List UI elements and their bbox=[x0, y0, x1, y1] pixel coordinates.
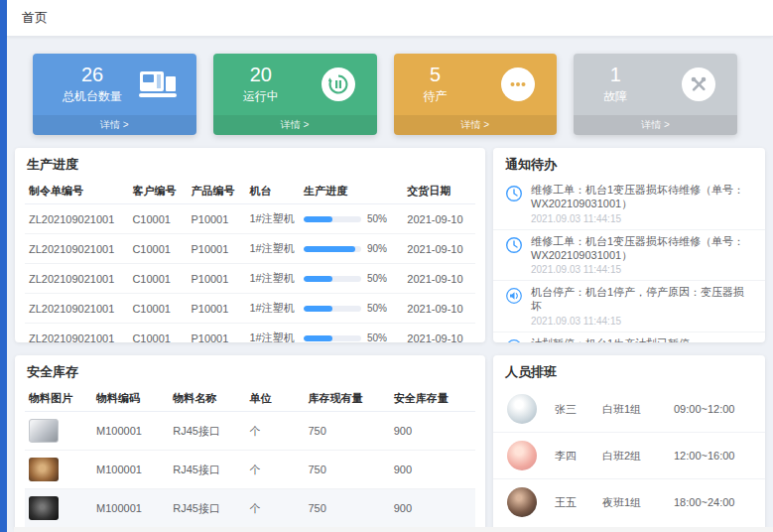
person-name: 张三 bbox=[555, 402, 602, 417]
cell-order: ZL202109021001 bbox=[25, 324, 128, 343]
person-name: 王五 bbox=[555, 495, 602, 510]
tab-home[interactable]: 首页 bbox=[22, 9, 48, 27]
col-safety: 安全库存量 bbox=[390, 386, 475, 412]
panel-row-1: 生产进度 制令单编号 客户编号 产品编号 机台 生产进度 交货日期 ZL2021… bbox=[15, 148, 765, 342]
speaker-icon bbox=[505, 338, 523, 342]
cell-unit: 个 bbox=[245, 489, 304, 528]
stat-card-waiting[interactable]: 5 待产 详情 > bbox=[394, 54, 558, 135]
card-text: 5 待产 bbox=[424, 64, 448, 105]
material-image-rj45 bbox=[29, 419, 59, 443]
avatar bbox=[507, 487, 537, 517]
col-machine: 机台 bbox=[245, 179, 299, 204]
notification-time: 2021.09.03 11:44:15 bbox=[531, 213, 753, 224]
cell-order: ZL202109021001 bbox=[25, 234, 128, 264]
panel-row-2: 安全库存 物料图片 物料编码 物料名称 单位 库存现有量 安全库存量 M bbox=[15, 355, 765, 531]
cell-order: ZL202109021001 bbox=[25, 204, 128, 234]
cell-stock: 750 bbox=[304, 489, 389, 528]
cell-date: 2021-09-10 bbox=[403, 294, 475, 324]
cell-image bbox=[25, 451, 92, 489]
stat-label: 运行中 bbox=[243, 88, 279, 105]
card-text: 20 运行中 bbox=[243, 64, 279, 105]
progress-label: 50 bbox=[367, 213, 387, 224]
detail-link-total-machines[interactable]: 详情 > bbox=[33, 115, 196, 135]
schedule-row: 张三 白班1组 09:00~12:00 bbox=[493, 386, 765, 433]
production-row: ZL202109021001 C10001 P10001 1#注塑机 50 20… bbox=[25, 264, 475, 294]
col-product: 产品编号 bbox=[187, 179, 245, 204]
col-stock: 库存现有量 bbox=[304, 386, 389, 412]
col-progress: 生产进度 bbox=[300, 179, 403, 204]
material-image-coil bbox=[29, 458, 59, 481]
cell-image bbox=[25, 412, 92, 451]
detail-link-fault[interactable]: 详情 > bbox=[574, 115, 737, 135]
progress-bar: 50 bbox=[304, 213, 399, 224]
stat-cards-row: 26 总机台数量 详情 > 20 bbox=[33, 54, 737, 135]
cell-customer: C10001 bbox=[128, 264, 187, 294]
notification-item[interactable]: 机台停产：机台1停产，停产原因：变压器损坏 2021.09.03 11:44:1… bbox=[493, 281, 765, 332]
inventory-header-row: 物料图片 物料编码 物料名称 单位 库存现有量 安全库存量 bbox=[25, 386, 475, 412]
notification-body: 机台停产：机台1停产，停产原因：变压器损坏 2021.09.03 11:44:1… bbox=[531, 285, 753, 327]
material-image-speaker bbox=[29, 496, 59, 520]
cell-product: P10001 bbox=[187, 294, 245, 324]
ellipsis-icon bbox=[499, 66, 537, 102]
window-edge bbox=[14, 527, 773, 532]
col-image: 物料图片 bbox=[25, 386, 92, 412]
cell-safety: 900 bbox=[390, 451, 475, 489]
notification-body: 维修工单：机台1变压器损坏待维修（单号：WX202109031001） 2021… bbox=[531, 234, 753, 276]
stat-card-running[interactable]: 20 运行中 详情 > bbox=[213, 54, 377, 135]
stat-value: 26 bbox=[63, 64, 122, 85]
panel-title-production: 生产进度 bbox=[15, 148, 485, 179]
cell-progress: 50 bbox=[300, 204, 403, 234]
cell-order: ZL202109021001 bbox=[25, 294, 128, 324]
cell-unit: 个 bbox=[245, 451, 304, 489]
main-area: 首页 26 总机台数量 详情 > bbox=[7, 0, 773, 532]
stat-label: 待产 bbox=[424, 88, 448, 105]
stat-card-total-machines[interactable]: 26 总机台数量 详情 > bbox=[33, 54, 196, 135]
cell-machine: 1#注塑机 bbox=[245, 324, 299, 343]
cell-code: M100001 bbox=[92, 489, 169, 528]
card-body: 20 运行中 bbox=[213, 54, 377, 105]
inventory-table: 物料图片 物料编码 物料名称 单位 库存现有量 安全库存量 M100001 RJ… bbox=[25, 386, 475, 527]
cell-product: P10001 bbox=[187, 264, 245, 294]
notification-time: 2021.09.03 11:44:15 bbox=[531, 316, 753, 327]
card-body: 26 总机台数量 bbox=[33, 54, 196, 105]
personnel-schedule-panel: 人员排班 张三 白班1组 09:00~12:00 李四 白班2组 12:00~1… bbox=[493, 355, 765, 531]
notification-body: 维修工单：机台1变压器损坏待维修（单号：WX202109031001） 2021… bbox=[531, 183, 753, 224]
cell-progress: 50 bbox=[300, 264, 403, 294]
notification-text: 维修工单：机台1变压器损坏待维修（单号：WX202109031001） bbox=[531, 234, 753, 263]
production-progress-panel: 生产进度 制令单编号 客户编号 产品编号 机台 生产进度 交货日期 ZL2021… bbox=[15, 148, 485, 342]
cell-date: 2021-09-10 bbox=[403, 234, 475, 264]
sidebar-edge bbox=[0, 0, 7, 532]
progress-label: 50 bbox=[367, 303, 387, 314]
cell-machine: 1#注塑机 bbox=[245, 234, 299, 264]
speaker-icon bbox=[505, 287, 523, 305]
card-body: 5 待产 bbox=[394, 54, 558, 105]
cell-machine: 1#注塑机 bbox=[245, 294, 299, 324]
progress-label: 50 bbox=[367, 273, 387, 284]
inventory-row: M100001 RJ45接口 个 750 900 bbox=[25, 489, 475, 528]
notification-body: 计划暂停：机台1生产计划已暂停 2021.09.03 11:44:15 bbox=[531, 336, 690, 342]
notification-item[interactable]: 计划暂停：机台1生产计划已暂停 2021.09.03 11:44:15 bbox=[493, 332, 765, 342]
progress-bar: 90 bbox=[304, 243, 399, 254]
production-row: ZL202109021001 C10001 P10001 1#注塑机 50 20… bbox=[25, 324, 475, 343]
cell-stock: 750 bbox=[304, 412, 389, 451]
notification-text: 计划暂停：机台1生产计划已暂停 bbox=[531, 336, 690, 342]
stat-value: 20 bbox=[243, 64, 279, 85]
notification-item[interactable]: 维修工单：机台1变压器损坏待维修（单号：WX202109031001） 2021… bbox=[493, 230, 765, 282]
cell-name: RJ45接口 bbox=[169, 489, 245, 528]
card-text: 26 总机台数量 bbox=[63, 64, 122, 105]
clock-icon bbox=[505, 236, 523, 254]
cell-date: 2021-09-10 bbox=[403, 204, 475, 234]
stat-card-fault[interactable]: 1 故障 详情 > bbox=[574, 54, 737, 135]
detail-link-waiting[interactable]: 详情 > bbox=[394, 115, 558, 135]
inventory-row: M100001 RJ45接口 个 750 900 bbox=[25, 412, 475, 451]
notification-item[interactable]: 维修工单：机台1变压器损坏待维修（单号：WX202109031001） 2021… bbox=[493, 179, 765, 230]
top-bar: 首页 bbox=[7, 0, 773, 37]
cell-machine: 1#注塑机 bbox=[245, 204, 299, 234]
cell-customer: C10001 bbox=[128, 294, 187, 324]
stat-label: 故障 bbox=[603, 88, 627, 105]
detail-link-running[interactable]: 详情 > bbox=[213, 115, 377, 135]
cell-progress: 50 bbox=[300, 324, 403, 343]
panel-title-notifications: 通知待办 bbox=[493, 148, 765, 179]
cell-stock: 750 bbox=[304, 451, 389, 489]
cell-product: P10001 bbox=[187, 234, 245, 264]
